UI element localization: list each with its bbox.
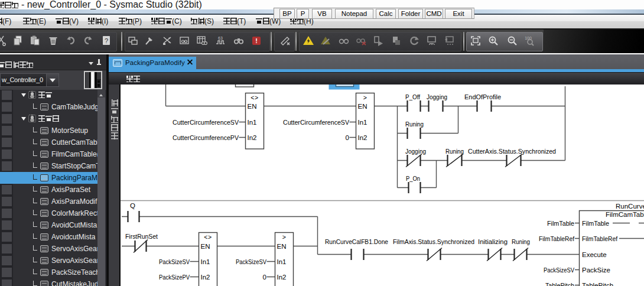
svg-text:RunCurveC: RunCurveC	[616, 203, 644, 210]
svg-text:In2: In2	[248, 134, 257, 141]
svg-text:Execute: Execute	[582, 251, 607, 258]
svg-text:PackSizeSV: PackSizeSV	[544, 266, 574, 274]
svg-text:0: 0	[346, 134, 349, 141]
svg-text:Runing: Runing	[512, 238, 530, 245]
svg-text:PackSize: PackSize	[582, 266, 610, 274]
svg-text:P_On: P_On	[406, 175, 420, 182]
svg-text:0: 0	[263, 274, 266, 281]
svg-text:Jogging: Jogging	[427, 93, 447, 100]
svg-text:Q: Q	[130, 202, 135, 209]
svg-text:RunCurveCalFB1.Done: RunCurveCalFB1.Done	[325, 238, 388, 245]
svg-text:FilmTable: FilmTable	[547, 220, 574, 227]
svg-text:EndOfProfile: EndOfProfile	[464, 93, 501, 100]
svg-text:TablePitch: TablePitch	[582, 282, 613, 286]
svg-text:EN: EN	[277, 243, 287, 250]
svg-text:P_Off: P_Off	[405, 93, 421, 100]
svg-text:Jogging: Jogging	[405, 148, 426, 155]
svg-text:In1: In1	[201, 258, 210, 265]
svg-text:In1: In1	[277, 258, 287, 265]
svg-text:PackSizePV: PackSizePV	[159, 274, 190, 281]
svg-text:Runing: Runing	[445, 148, 464, 155]
svg-text:CutterCircumferenceSV: CutterCircumferenceSV	[173, 119, 239, 126]
svg-text:PackSizeSV: PackSizeSV	[159, 258, 190, 265]
svg-text:TablePitch: TablePitch	[545, 282, 574, 286]
svg-text:!: !	[255, 37, 258, 44]
svg-text:FilmTableRef: FilmTableRef	[582, 235, 618, 242]
svg-text:?: ?	[105, 37, 108, 44]
svg-text:EN: EN	[201, 243, 210, 250]
svg-text:FilmTable: FilmTable	[582, 220, 609, 227]
svg-text:In2: In2	[201, 274, 210, 281]
svg-text:In1: In1	[358, 119, 367, 126]
svg-text:63: 63	[218, 36, 223, 40]
svg-text:Initializing: Initializing	[478, 238, 508, 245]
svg-text:<>: <>	[204, 233, 212, 240]
svg-text:FilmCamTable: FilmCamTable	[606, 211, 644, 218]
svg-text:In2: In2	[358, 134, 367, 141]
svg-text:<>: <>	[251, 94, 258, 101]
svg-text:>: >	[282, 233, 287, 240]
svg-text:In2: In2	[277, 274, 287, 281]
svg-text:Runing: Runing	[405, 121, 424, 128]
svg-text:EN: EN	[358, 103, 367, 110]
svg-text:CutterAxis.Status.Synchronized: CutterAxis.Status.Synchronized	[468, 148, 556, 155]
svg-text:FilmTableRef: FilmTableRef	[539, 235, 575, 242]
svg-text:PackSizeSV: PackSizeSV	[236, 258, 266, 265]
svg-text:CutterCircumferenceSV: CutterCircumferenceSV	[283, 119, 349, 126]
svg-text:>: >	[363, 94, 367, 101]
svg-text:EN: EN	[248, 103, 257, 110]
svg-text:FilmAxis.Status.Synchronized: FilmAxis.Status.Synchronized	[393, 238, 474, 245]
svg-text:CutterCircumferencePV: CutterCircumferencePV	[173, 134, 239, 141]
svg-text:FirstRunSet: FirstRunSet	[125, 233, 158, 240]
svg-text:In1: In1	[248, 119, 257, 126]
